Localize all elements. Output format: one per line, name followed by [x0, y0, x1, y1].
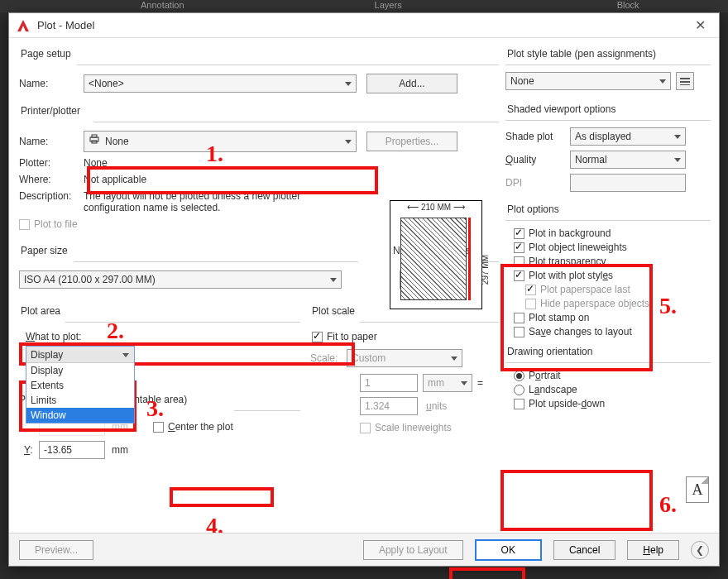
what-to-plot-dropdown[interactable]: Display Display Extents Limits Window: [26, 346, 135, 423]
fit-to-paper-checkbox[interactable]: [312, 332, 323, 342]
plot-style-dropdown[interactable]: None: [505, 72, 671, 90]
plot-styles-checkbox[interactable]: [514, 270, 524, 281]
chevron-down-icon: [122, 353, 129, 357]
scale-lineweights-label: Scale lineweights: [375, 422, 452, 433]
plot-lineweights-checkbox[interactable]: [514, 242, 524, 253]
plot-stamp-checkbox[interactable]: [514, 313, 524, 323]
quality-dropdown[interactable]: Normal: [570, 151, 686, 169]
paper-preview: ⟵ 210 MM ⟶ 297 MM: [390, 200, 482, 309]
dpi-label: DPI: [505, 177, 570, 189]
printer-title: Printer/plotter: [21, 105, 499, 117]
scale-units-label: units: [426, 400, 447, 412]
cancel-button[interactable]: Cancel: [553, 540, 615, 560]
where-value: Not applicable: [84, 174, 146, 185]
offset-y-units: mm: [112, 444, 128, 456]
scale-lineweights-checkbox: [360, 423, 371, 433]
help-button[interactable]: Help: [627, 540, 679, 560]
printer-properties-button: Properties...: [366, 132, 457, 151]
plot-style-edit-button[interactable]: [676, 72, 694, 90]
page-setup-name-dropdown[interactable]: <None>: [84, 74, 357, 93]
chevron-down-icon: [330, 278, 337, 282]
expand-icon[interactable]: ❮: [691, 541, 709, 559]
plot-transparency-checkbox[interactable]: [514, 256, 524, 267]
svg-rect-4: [680, 81, 690, 83]
plot-to-file-checkbox: [19, 219, 30, 230]
apply-layout-button[interactable]: Apply to Layout: [363, 540, 463, 560]
dialog-footer: Preview... Apply to Layout OK Cancel Hel…: [9, 533, 719, 566]
printer-icon: [89, 133, 100, 150]
portrait-radio[interactable]: [514, 371, 524, 381]
plot-area-option[interactable]: Display: [26, 363, 134, 378]
page-setup-title: Page setup: [21, 48, 499, 60]
page-setup-name-label: Name:: [19, 78, 84, 89]
fit-to-paper-label: Fit to paper: [327, 331, 377, 342]
offset-y-label: Y:: [24, 444, 39, 456]
description-value: The layout will not be plotted unless a …: [84, 190, 348, 213]
offset-y-input[interactable]: -13.65: [39, 441, 105, 459]
save-changes-checkbox[interactable]: [514, 327, 524, 337]
app-logo-icon: [16, 18, 31, 33]
scale-units-input: 1.324: [360, 397, 418, 415]
ok-button[interactable]: OK: [475, 539, 542, 561]
scale-num-input: 1: [360, 374, 418, 392]
what-to-plot-label: What to plot:: [26, 331, 300, 342]
plotter-value: None: [84, 157, 108, 169]
preview-button[interactable]: Preview...: [19, 540, 93, 560]
printer-name-label: Name:: [19, 136, 84, 147]
plot-area-title: Plot area: [21, 305, 300, 317]
center-plot-checkbox[interactable]: [153, 422, 164, 433]
shaded-title: Shaded viewport options: [507, 103, 711, 115]
plot-paperspace-checkbox: [525, 285, 536, 295]
scale-unit-dropdown: mm: [423, 374, 472, 392]
hide-paperspace-checkbox: [525, 299, 536, 309]
plot-style-title: Plot style table (pen assignments): [507, 48, 711, 60]
chevron-down-icon: [345, 140, 352, 144]
paper-size-dropdown[interactable]: ISO A4 (210.00 x 297.00 MM): [19, 270, 342, 289]
titlebar: Plot - Model ✕: [9, 13, 719, 38]
plot-options-title: Plot options: [507, 203, 711, 215]
where-label: Where:: [19, 174, 84, 185]
scale-dropdown: Custom: [347, 349, 462, 367]
ribbon-tab[interactable]: Layers: [333, 0, 443, 12]
plot-dialog: Plot - Model ✕ Page setup Name: <None> A…: [8, 12, 720, 567]
upside-down-checkbox[interactable]: [514, 399, 524, 409]
window-title: Plot - Model: [37, 19, 688, 31]
printer-name-dropdown[interactable]: None: [84, 131, 357, 152]
plot-area-option[interactable]: Window: [26, 408, 134, 423]
plot-area-option[interactable]: Limits: [26, 393, 134, 408]
add-page-setup-button[interactable]: Add...: [366, 74, 457, 93]
ribbon-tab[interactable]: Block: [576, 0, 681, 12]
chevron-down-icon: [345, 82, 352, 86]
orientation-icon: A: [686, 476, 709, 503]
orientation-title: Drawing orientation: [507, 346, 711, 357]
scale-label: Scale:: [310, 352, 347, 364]
description-label: Description:: [19, 190, 84, 202]
plot-background-checkbox[interactable]: [514, 228, 524, 239]
svg-rect-1: [92, 135, 97, 137]
shade-plot-label: Shade plot: [505, 131, 570, 142]
shade-plot-dropdown[interactable]: As displayed: [570, 127, 686, 146]
plot-area-option[interactable]: Extents: [26, 378, 134, 393]
plot-to-file-label: Plot to file: [34, 218, 78, 230]
plotter-label: Plotter:: [19, 157, 84, 169]
ribbon-tab[interactable]: Annotation: [99, 0, 226, 12]
paper-size-title: Paper size: [21, 245, 358, 256]
app-ribbon: Annotation Layers Block Properties: [0, 0, 728, 12]
chevron-down-icon: [659, 79, 666, 84]
quality-label: Quality: [505, 154, 570, 165]
close-icon[interactable]: ✕: [688, 16, 712, 35]
svg-rect-5: [680, 84, 690, 85]
landscape-radio[interactable]: [514, 385, 524, 395]
dpi-input: [570, 174, 686, 192]
svg-rect-3: [680, 78, 690, 79]
